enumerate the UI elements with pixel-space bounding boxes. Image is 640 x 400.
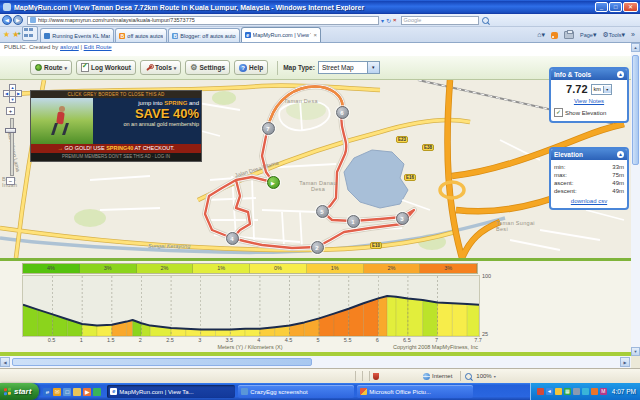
zoom-slider-track[interactable] — [10, 118, 14, 176]
scroll-left-icon[interactable]: ◀ — [0, 357, 10, 367]
tab-2[interactable]: B off autos autos — [115, 28, 167, 42]
scroll-right-icon[interactable]: ▶ — [620, 357, 630, 367]
taskbar-window-picture-manager[interactable]: Microsoft Office Pictu... — [357, 385, 473, 398]
creator-link[interactable]: asloyal — [60, 44, 79, 50]
edit-route-link[interactable]: Edit Route — [84, 44, 112, 50]
security-tray-icon[interactable] — [537, 388, 544, 395]
log-workout-button[interactable]: Log Workout — [76, 60, 136, 75]
route-icon — [35, 64, 42, 71]
forward-button[interactable]: ▶ — [13, 15, 23, 25]
favorites-icon[interactable]: ★ — [3, 28, 10, 42]
km-marker-5[interactable]: 5 — [316, 205, 329, 218]
map-type-select[interactable]: Street Map ▾ — [318, 61, 380, 74]
back-button[interactable]: ◀ — [2, 15, 12, 25]
grade-legend-cell: 1% — [193, 264, 250, 273]
zoom-slider-handle[interactable] — [5, 128, 16, 133]
pan-down-icon[interactable]: ▼ — [9, 96, 16, 103]
help-button[interactable]: ? Help — [234, 60, 268, 75]
address-input[interactable]: http://www.mapmyrun.com/run/malaysia/kua… — [27, 16, 379, 25]
outlook-icon[interactable]: ✉ — [53, 388, 61, 396]
x-tick-label: 2 — [139, 337, 142, 343]
scroll-up-icon[interactable]: ▲ — [631, 43, 640, 52]
scroll-down-icon[interactable]: ▼ — [631, 347, 640, 356]
messenger-tray-icon[interactable] — [582, 388, 589, 395]
start-button[interactable]: start — [0, 383, 39, 400]
tools-button[interactable]: Tools▾ — [140, 60, 181, 75]
tools-menu-button[interactable]: ⚙Tools▾ — [602, 29, 625, 41]
settings-button[interactable]: ⚙ Settings — [185, 60, 230, 75]
close-button[interactable]: ✕ — [623, 2, 638, 12]
search-input[interactable]: Google — [401, 16, 479, 25]
media-player-icon[interactable]: ▶ — [83, 388, 91, 396]
updates-icon[interactable] — [555, 388, 562, 395]
stop-icon[interactable]: × — [393, 17, 397, 23]
route-menu-button[interactable]: Route▾ — [30, 60, 72, 75]
vertical-scrollbar[interactable]: ▲ ▼ — [631, 43, 640, 356]
km-marker-4[interactable]: 4 — [226, 232, 239, 245]
quick-tabs-icon[interactable] — [22, 26, 38, 41]
display-icon[interactable] — [573, 388, 580, 395]
taskbar-window-crazyegg[interactable]: CrazyEgg screenshot — [238, 385, 354, 398]
collapse-icon[interactable]: ▲ — [617, 151, 624, 158]
elevation-header[interactable]: Elevation ▲ — [551, 149, 627, 160]
print-icon[interactable] — [564, 31, 574, 39]
tab-4-favicon-icon: e — [245, 32, 251, 38]
view-notes-link[interactable]: View Notes — [554, 98, 624, 104]
search-icon[interactable] — [482, 17, 489, 24]
route-start-marker[interactable]: ▶ — [267, 176, 280, 189]
address-dropdown-icon[interactable]: ▾ — [381, 17, 384, 24]
vertical-scroll-thumb[interactable] — [632, 55, 639, 165]
pan-right-icon[interactable]: ▶ — [15, 90, 22, 97]
page-menu-button[interactable]: Page▾ — [580, 29, 596, 41]
volume-icon[interactable]: ◄ — [546, 388, 553, 395]
taskbar-clock[interactable]: 4:07 PM — [612, 388, 636, 395]
show-desktop-icon[interactable]: □ — [63, 388, 71, 396]
ad-cta[interactable]: → GO GOLD! USE SPRING40 AT CHECKOUT. — [31, 144, 201, 153]
km-marker-1[interactable]: 1 — [347, 215, 360, 228]
globe-icon — [423, 373, 430, 380]
url-text: http://www.mapmyrun.com/run/malaysia/kua… — [38, 17, 195, 23]
tab-1[interactable]: Running Events KL Mara — [40, 28, 114, 42]
horizontal-scroll-thumb[interactable] — [12, 358, 312, 366]
tab-4-active[interactable]: e MapMyRun.com | View Ta × — [241, 27, 322, 42]
status-bar: Internet 100% ▾ — [0, 368, 640, 383]
x-tick-label: 7.7 — [474, 337, 482, 343]
feeds-icon[interactable] — [551, 32, 558, 39]
info-tools-header[interactable]: Info & Tools ▲ — [551, 69, 627, 80]
route-map[interactable]: Taman Desa Taman Danau Desa Bukit Indah … — [0, 80, 631, 258]
zoom-level-label[interactable]: 100% — [476, 373, 491, 379]
elevation-plot[interactable] — [22, 275, 480, 337]
maximize-button[interactable]: □ — [609, 2, 622, 12]
minimize-button[interactable]: _ — [595, 2, 608, 12]
battery-icon[interactable] — [591, 388, 598, 395]
folder-icon[interactable] — [73, 388, 81, 396]
km-marker-6[interactable]: 6 — [336, 106, 349, 119]
refresh-icon[interactable]: ↻ — [386, 17, 391, 24]
grade-legend: 4%3%2%1%0%1%2%3% — [22, 263, 478, 274]
network-icon[interactable]: ▩ — [564, 388, 571, 395]
km-marker-2[interactable]: 2 — [311, 241, 324, 254]
folder-icon — [241, 388, 248, 395]
home-icon[interactable]: ⌂▾ — [537, 29, 545, 41]
tab-close-icon[interactable]: × — [314, 32, 318, 38]
antivirus-icon[interactable]: M — [600, 388, 607, 395]
collapse-icon[interactable]: ▲ — [617, 71, 624, 78]
toolbar-overflow-button[interactable]: » — [631, 29, 635, 41]
zoom-caret-icon[interactable]: ▾ — [494, 374, 496, 379]
internet-explorer-icon[interactable]: e — [43, 388, 51, 396]
unit-select[interactable]: km▾ — [591, 84, 612, 95]
security-report-icon[interactable] — [373, 373, 379, 380]
show-elevation-checkbox[interactable]: ✓ — [554, 108, 563, 117]
zoom-in-button[interactable]: + — [6, 107, 15, 115]
km-marker-3[interactable]: 3 — [396, 212, 409, 225]
taskbar-window-mapmyrun[interactable]: e MapMyRun.com | View Ta... — [107, 385, 235, 398]
horizontal-scrollbar[interactable]: ◀ ▶ — [0, 356, 631, 368]
add-favorite-icon[interactable]: ★ — [12, 28, 19, 42]
km-marker-7[interactable]: 7 — [262, 122, 275, 135]
messenger-icon[interactable] — [93, 388, 101, 396]
ad-banner[interactable]: CLICK GREY BORDER TO CLOSE THIS AD jump … — [30, 90, 202, 162]
zoom-out-button[interactable]: − — [6, 177, 15, 185]
x-tick-label: 1 — [80, 337, 83, 343]
tab-3[interactable]: B Blogger: off autos auto — [168, 28, 239, 42]
download-csv-link[interactable]: download csv — [554, 198, 624, 204]
